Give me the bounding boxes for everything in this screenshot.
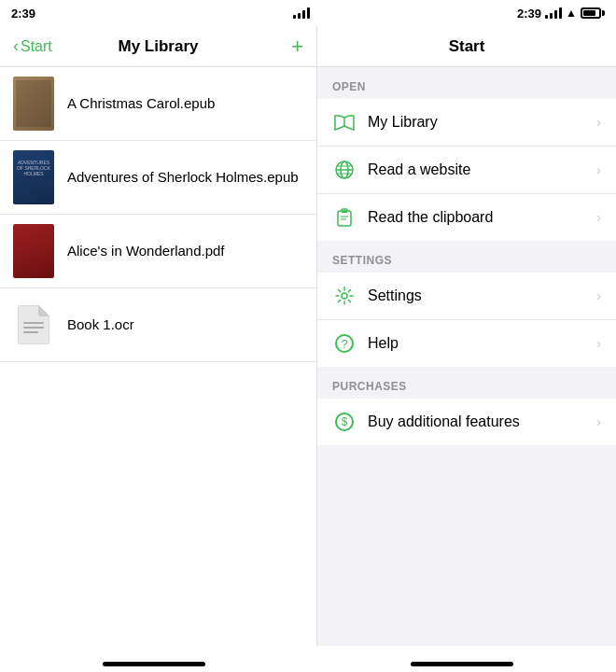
svg-rect-5 [338, 211, 351, 226]
section-header-purchases: PURCHASES [317, 367, 616, 399]
book-title-ocr: Book 1.ocr [67, 315, 134, 334]
section-header-open: OPEN [317, 67, 616, 99]
chevron-right-icon-5: › [596, 336, 601, 351]
back-label: Start [21, 38, 52, 55]
home-bar-right [411, 662, 513, 666]
book-item-christmas[interactable]: A Christmas Carol.epub [0, 67, 316, 141]
menu-item-buy-features[interactable]: $ Buy additional features › [317, 399, 616, 445]
chevron-right-icon: › [596, 115, 601, 130]
home-indicator-right [308, 646, 616, 672]
settings-icon [332, 284, 357, 308]
time-right: 2:39 [517, 7, 541, 21]
book-item-ocr[interactable]: Book 1.ocr [0, 288, 316, 362]
chevron-right-icon-3: › [596, 210, 601, 225]
book-title-alice: Alice's in Wonderland.pdf [67, 242, 225, 260]
signal-bars-center [293, 7, 310, 19]
left-nav-title: My Library [69, 37, 247, 56]
book-item-sherlock[interactable]: ADVENTURES OF SHERLOCK HOLMES Adventures… [0, 141, 316, 215]
status-right: 2:39 ▲ [517, 7, 605, 21]
book-cover-ocr [13, 298, 54, 352]
book-title-christmas: A Christmas Carol.epub [67, 94, 215, 113]
menu-label-help: Help [368, 335, 596, 352]
menu-label-read-website: Read a website [368, 161, 596, 178]
left-nav-bar: ‹ Start My Library + [0, 26, 316, 67]
menu-item-read-clipboard[interactable]: Read the clipboard › [317, 194, 616, 241]
menu-group-open: My Library › Read a website › [317, 99, 616, 241]
dollar-icon: $ [332, 410, 357, 434]
chevron-right-icon-4: › [596, 288, 601, 303]
home-indicator-row [0, 646, 616, 672]
main-panels: ‹ Start My Library + A Christmas Carol.e… [0, 26, 616, 646]
back-button[interactable]: ‹ Start [13, 36, 69, 56]
battery-icon [581, 7, 605, 19]
svg-rect-0 [23, 322, 44, 324]
wifi-icon: ▲ [566, 7, 577, 20]
book-item-alice[interactable]: Alice's in Wonderland.pdf [0, 215, 316, 288]
svg-point-7 [342, 293, 347, 299]
menu-label-read-clipboard: Read the clipboard [368, 209, 596, 226]
menu-item-settings[interactable]: Settings › [317, 273, 616, 320]
menu-item-my-library[interactable]: My Library › [317, 99, 616, 147]
right-panel: Start OPEN My Library › [317, 26, 616, 646]
book-cover-christmas [13, 77, 54, 131]
clipboard-icon [332, 205, 357, 230]
right-nav-bar: Start [317, 26, 616, 67]
add-button[interactable]: + [247, 35, 303, 59]
menu-group-settings: Settings › ? Help › [317, 273, 616, 367]
book-list: A Christmas Carol.epub ADVENTURES OF SHE… [0, 67, 316, 646]
book-title-sherlock: Adventures of Sherlock Holmes.epub [67, 168, 299, 187]
right-nav-title: Start [449, 37, 485, 56]
chevron-right-icon-6: › [596, 414, 601, 429]
menu-item-read-website[interactable]: Read a website › [317, 147, 616, 194]
book-cover-sherlock: ADVENTURES OF SHERLOCK HOLMES [13, 150, 54, 204]
home-indicator-left [0, 646, 308, 672]
svg-rect-2 [23, 331, 38, 333]
menu-label-settings: Settings [368, 287, 596, 304]
menu-label-buy-features: Buy additional features [368, 413, 596, 430]
book-icon [332, 110, 357, 134]
menu-item-help[interactable]: ? Help › [317, 320, 616, 367]
time-left: 2:39 [11, 7, 35, 21]
left-panel: ‹ Start My Library + A Christmas Carol.e… [0, 26, 317, 646]
help-icon: ? [332, 331, 357, 356]
status-bar: 2:39 2:39 ▲ [0, 0, 616, 26]
status-left: 2:39 [11, 7, 86, 21]
chevron-right-icon-2: › [596, 162, 601, 177]
globe-icon [332, 158, 357, 182]
section-header-settings: SETTINGS [317, 241, 616, 273]
svg-rect-6 [342, 211, 347, 213]
status-center [293, 7, 310, 19]
chevron-left-icon: ‹ [13, 36, 19, 56]
menu-group-purchases: $ Buy additional features › [317, 399, 616, 445]
signal-bars-right [545, 7, 562, 19]
book-cover-alice [13, 224, 54, 278]
home-bar-left [103, 662, 205, 666]
menu-content: OPEN My Library › [317, 67, 616, 646]
svg-rect-1 [23, 327, 44, 329]
menu-label-my-library: My Library [368, 114, 596, 131]
